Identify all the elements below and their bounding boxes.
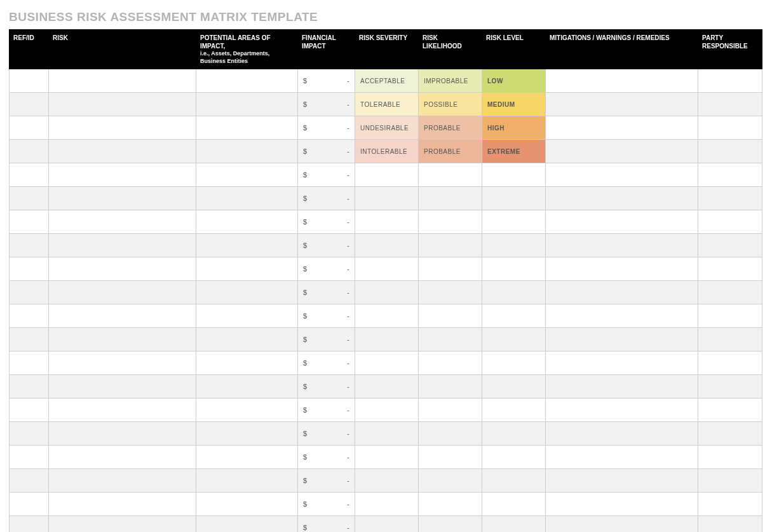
cell-severity[interactable]: [355, 446, 419, 469]
cell-areas[interactable]: [196, 422, 298, 446]
cell-mitigations[interactable]: [546, 281, 698, 304]
cell-level[interactable]: [482, 234, 546, 257]
cell-financial[interactable]: $-: [298, 304, 355, 328]
cell-mitigations[interactable]: [546, 516, 698, 532]
cell-party[interactable]: [698, 469, 762, 493]
cell-ref[interactable]: [10, 234, 49, 257]
cell-severity[interactable]: INTOLERABLE: [355, 140, 419, 163]
cell-level[interactable]: [482, 516, 546, 532]
cell-mitigations[interactable]: [546, 328, 698, 351]
cell-party[interactable]: [698, 163, 762, 187]
cell-severity[interactable]: [355, 281, 419, 304]
cell-level[interactable]: [482, 210, 546, 234]
cell-likelihood[interactable]: [419, 328, 482, 351]
cell-financial[interactable]: $-: [298, 399, 355, 422]
cell-mitigations[interactable]: [546, 234, 698, 257]
cell-areas[interactable]: [196, 234, 298, 257]
cell-risk[interactable]: [49, 375, 196, 399]
cell-financial[interactable]: $-: [298, 163, 355, 187]
cell-likelihood[interactable]: [419, 469, 482, 493]
cell-areas[interactable]: [196, 399, 298, 422]
cell-party[interactable]: [698, 446, 762, 469]
cell-severity[interactable]: ACCEPTABLE: [355, 69, 419, 93]
cell-level[interactable]: [482, 446, 546, 469]
cell-ref[interactable]: [10, 140, 49, 163]
cell-financial[interactable]: $-: [298, 257, 355, 281]
cell-mitigations[interactable]: [546, 69, 698, 93]
cell-financial[interactable]: $-: [298, 328, 355, 351]
cell-likelihood[interactable]: [419, 234, 482, 257]
cell-risk[interactable]: [49, 351, 196, 375]
cell-ref[interactable]: [10, 69, 49, 93]
cell-severity[interactable]: [355, 351, 419, 375]
cell-risk[interactable]: [49, 304, 196, 328]
cell-likelihood[interactable]: [419, 351, 482, 375]
cell-ref[interactable]: [10, 469, 49, 493]
cell-ref[interactable]: [10, 399, 49, 422]
cell-areas[interactable]: [196, 257, 298, 281]
cell-ref[interactable]: [10, 257, 49, 281]
cell-ref[interactable]: [10, 375, 49, 399]
cell-areas[interactable]: [196, 93, 298, 116]
cell-financial[interactable]: $-: [298, 493, 355, 516]
cell-financial[interactable]: $-: [298, 187, 355, 210]
cell-likelihood[interactable]: [419, 187, 482, 210]
cell-risk[interactable]: [49, 140, 196, 163]
cell-level[interactable]: [482, 351, 546, 375]
cell-party[interactable]: [698, 93, 762, 116]
cell-ref[interactable]: [10, 516, 49, 532]
cell-level[interactable]: [482, 422, 546, 446]
cell-areas[interactable]: [196, 516, 298, 532]
cell-mitigations[interactable]: [546, 375, 698, 399]
cell-likelihood[interactable]: [419, 375, 482, 399]
cell-ref[interactable]: [10, 281, 49, 304]
cell-level[interactable]: [482, 375, 546, 399]
cell-mitigations[interactable]: [546, 469, 698, 493]
cell-risk[interactable]: [49, 234, 196, 257]
cell-mitigations[interactable]: [546, 493, 698, 516]
cell-level[interactable]: [482, 257, 546, 281]
cell-party[interactable]: [698, 69, 762, 93]
cell-level[interactable]: LOW: [482, 69, 546, 93]
cell-party[interactable]: [698, 422, 762, 446]
cell-party[interactable]: [698, 351, 762, 375]
cell-areas[interactable]: [196, 210, 298, 234]
cell-financial[interactable]: $-: [298, 375, 355, 399]
cell-severity[interactable]: [355, 375, 419, 399]
cell-mitigations[interactable]: [546, 422, 698, 446]
cell-mitigations[interactable]: [546, 187, 698, 210]
cell-areas[interactable]: [196, 140, 298, 163]
cell-areas[interactable]: [196, 187, 298, 210]
cell-risk[interactable]: [49, 210, 196, 234]
cell-risk[interactable]: [49, 163, 196, 187]
cell-financial[interactable]: $-: [298, 351, 355, 375]
cell-mitigations[interactable]: [546, 304, 698, 328]
cell-areas[interactable]: [196, 281, 298, 304]
cell-likelihood[interactable]: [419, 422, 482, 446]
cell-severity[interactable]: [355, 399, 419, 422]
cell-party[interactable]: [698, 140, 762, 163]
cell-areas[interactable]: [196, 469, 298, 493]
cell-mitigations[interactable]: [546, 399, 698, 422]
cell-ref[interactable]: [10, 493, 49, 516]
cell-ref[interactable]: [10, 210, 49, 234]
cell-financial[interactable]: $-: [298, 234, 355, 257]
cell-level[interactable]: HIGH: [482, 116, 546, 140]
cell-risk[interactable]: [49, 69, 196, 93]
cell-likelihood[interactable]: [419, 304, 482, 328]
cell-ref[interactable]: [10, 351, 49, 375]
cell-risk[interactable]: [49, 187, 196, 210]
cell-risk[interactable]: [49, 399, 196, 422]
cell-mitigations[interactable]: [546, 351, 698, 375]
cell-severity[interactable]: [355, 187, 419, 210]
cell-severity[interactable]: TOLERABLE: [355, 93, 419, 116]
cell-level[interactable]: [482, 187, 546, 210]
cell-likelihood[interactable]: PROBABLE: [419, 140, 482, 163]
cell-severity[interactable]: [355, 304, 419, 328]
cell-party[interactable]: [698, 304, 762, 328]
cell-ref[interactable]: [10, 304, 49, 328]
cell-party[interactable]: [698, 234, 762, 257]
cell-party[interactable]: [698, 399, 762, 422]
cell-party[interactable]: [698, 328, 762, 351]
cell-party[interactable]: [698, 210, 762, 234]
